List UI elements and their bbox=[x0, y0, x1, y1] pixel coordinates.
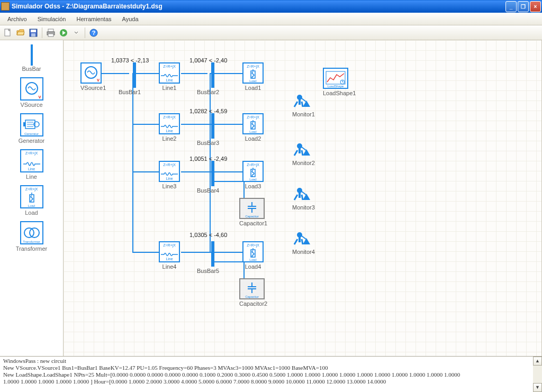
block-load2[interactable]: Z=R+jXLoad Load2 bbox=[242, 113, 264, 142]
toolbar-separator bbox=[42, 28, 42, 38]
block-busbar4[interactable]: BusBar4 bbox=[206, 161, 219, 194]
block-line4[interactable]: Z=R+jXLine Line4 bbox=[159, 241, 180, 270]
close-button[interactable]: × bbox=[530, 1, 541, 12]
block-monitor2[interactable]: Monitor2 bbox=[292, 140, 315, 166]
load-icon: Z=R+jXLoad bbox=[242, 113, 264, 134]
palette-load-label: Load bbox=[7, 209, 56, 216]
menu-ayuda[interactable]: Ayuda bbox=[117, 14, 144, 24]
load-icon: Z=R+jXLoad bbox=[242, 241, 264, 262]
block-busbar5[interactable]: BusBar5 bbox=[206, 241, 219, 274]
block-vsource1-label: VSource1 bbox=[80, 85, 106, 91]
block-line3-label: Line3 bbox=[159, 183, 180, 189]
palette-transformer[interactable]: Transformer Transformer bbox=[5, 219, 58, 254]
busbar-icon bbox=[211, 62, 214, 88]
help-button[interactable]: ? bbox=[88, 27, 100, 39]
block-busbar3[interactable]: BusBar3 bbox=[206, 113, 219, 146]
menubar: Archivo Simulación Herramientas Ayuda bbox=[0, 13, 542, 25]
chevron-down-icon bbox=[74, 29, 78, 37]
run-icon bbox=[59, 29, 68, 37]
block-load1[interactable]: Z=R+jX Load Load1 bbox=[242, 62, 264, 91]
palette-vsource[interactable]: v VSource bbox=[5, 75, 58, 110]
line-icon: Z=R+jX Line bbox=[159, 62, 180, 84]
palette-transformer-label: Transformer bbox=[7, 245, 56, 252]
block-monitor1-label: Monitor1 bbox=[292, 111, 315, 117]
block-busbar1[interactable]: BusBar1 bbox=[128, 62, 141, 95]
scroll-track[interactable] bbox=[533, 366, 542, 383]
run-button[interactable] bbox=[58, 27, 69, 39]
capacitor-icon: Capacitor bbox=[239, 278, 265, 299]
component-palette: BusBar v VSource Generator Generator Z=R… bbox=[0, 40, 64, 356]
palette-vsource-label: VSource bbox=[7, 102, 56, 108]
block-capacitor2[interactable]: Capacitor Capacitor2 bbox=[239, 278, 267, 307]
svg-point-24 bbox=[297, 95, 302, 100]
block-line1[interactable]: Z=R+jX Line Line1 bbox=[159, 62, 180, 91]
svg-rect-20 bbox=[326, 71, 345, 84]
minimize-button[interactable]: _ bbox=[505, 1, 517, 12]
save-button[interactable] bbox=[28, 27, 39, 39]
scroll-down-button[interactable]: ▼ bbox=[533, 383, 542, 392]
svg-line-29 bbox=[302, 147, 306, 150]
block-line1-label: Line1 bbox=[159, 85, 180, 91]
help-icon: ? bbox=[89, 29, 98, 37]
svg-point-34 bbox=[297, 188, 302, 193]
block-monitor3[interactable]: Monitor3 bbox=[292, 184, 315, 211]
menu-simulacion[interactable]: Simulación bbox=[32, 14, 71, 24]
print-button[interactable] bbox=[45, 27, 57, 39]
busbar-icon bbox=[211, 113, 214, 139]
new-button[interactable] bbox=[2, 27, 14, 39]
monitor-icon bbox=[292, 140, 311, 159]
console-line: 1.0000 1.0000 1.0000 1.0000 1.0000 ] Hou… bbox=[3, 378, 539, 385]
palette-load[interactable]: Z=R+jX Load Load bbox=[5, 183, 58, 218]
svg-rect-12 bbox=[23, 122, 25, 126]
svg-point-27 bbox=[297, 143, 302, 149]
block-loadshape1-label: LoadShape1 bbox=[323, 90, 356, 96]
block-load3[interactable]: Z=R+jXLoad Load3 bbox=[242, 161, 264, 189]
palette-line-label: Line bbox=[7, 174, 56, 180]
palette-generator-label: Generator bbox=[7, 138, 56, 144]
block-busbar2[interactable]: BusBar2 bbox=[206, 62, 219, 95]
svg-rect-25 bbox=[299, 99, 301, 105]
vsource-icon: v bbox=[20, 77, 43, 101]
palette-generator[interactable]: Generator Generator bbox=[5, 111, 58, 146]
wire bbox=[132, 73, 133, 253]
menu-archivo[interactable]: Archivo bbox=[2, 14, 32, 24]
scroll-up-button[interactable]: ▲ bbox=[533, 357, 542, 366]
monitor-icon bbox=[292, 91, 311, 110]
app-icon bbox=[1, 2, 10, 11]
print-icon bbox=[47, 29, 55, 37]
svg-line-36 bbox=[302, 192, 306, 195]
block-load2-label: Load2 bbox=[242, 135, 264, 142]
line-icon: Z=R+jXLine bbox=[159, 113, 180, 134]
palette-line[interactable]: Z=R+jX Line Line bbox=[5, 147, 58, 182]
palette-busbar[interactable]: BusBar bbox=[5, 42, 58, 74]
dropdown-toggle[interactable] bbox=[70, 27, 82, 39]
svg-rect-4 bbox=[48, 29, 53, 32]
generator-icon: Generator bbox=[20, 113, 43, 136]
restore-button[interactable]: ❐ bbox=[518, 1, 529, 12]
block-capacitor1[interactable]: Capacitor Capacitor1 bbox=[239, 198, 267, 226]
svg-rect-35 bbox=[299, 193, 301, 198]
block-monitor4[interactable]: Monitor4 bbox=[292, 229, 315, 255]
output-console[interactable]: WindowsPass : new circuit New VSource.VS… bbox=[0, 356, 542, 392]
menu-herramientas[interactable]: Herramientas bbox=[71, 14, 117, 24]
svg-rect-38 bbox=[299, 237, 301, 242]
block-load4[interactable]: Z=R+jXLoad Load4 bbox=[242, 241, 264, 270]
open-button[interactable] bbox=[15, 27, 26, 39]
bus5-annotation: 1,0305 < -4,60 bbox=[189, 232, 227, 238]
block-line2[interactable]: Z=R+jXLine Line2 bbox=[159, 113, 180, 142]
block-monitor2-label: Monitor2 bbox=[292, 160, 315, 166]
block-loadshape1[interactable]: LoadShape LoadShape1 bbox=[323, 68, 356, 96]
block-monitor1[interactable]: Monitor1 bbox=[292, 91, 315, 117]
svg-line-39 bbox=[302, 236, 306, 239]
busbar-icon bbox=[31, 44, 33, 66]
svg-point-37 bbox=[297, 232, 302, 238]
diagram-canvas[interactable]: 1,0373 < -2,13 1,0047 < -2,40 1,0282 < -… bbox=[64, 40, 542, 356]
block-line3[interactable]: Z=R+jXLine Line3 bbox=[159, 161, 180, 189]
block-vsource1[interactable]: v VSource1 bbox=[80, 62, 106, 91]
window-title: Simulador Odss - Z:\DiagramaBarra\testdu… bbox=[12, 3, 505, 10]
transformer-icon: Transformer bbox=[20, 221, 43, 244]
block-busbar2-label: BusBar2 bbox=[197, 89, 219, 95]
console-scrollbar[interactable]: ▲ ▼ bbox=[533, 357, 542, 392]
block-busbar3-label: BusBar3 bbox=[197, 140, 219, 146]
save-icon bbox=[29, 29, 38, 37]
